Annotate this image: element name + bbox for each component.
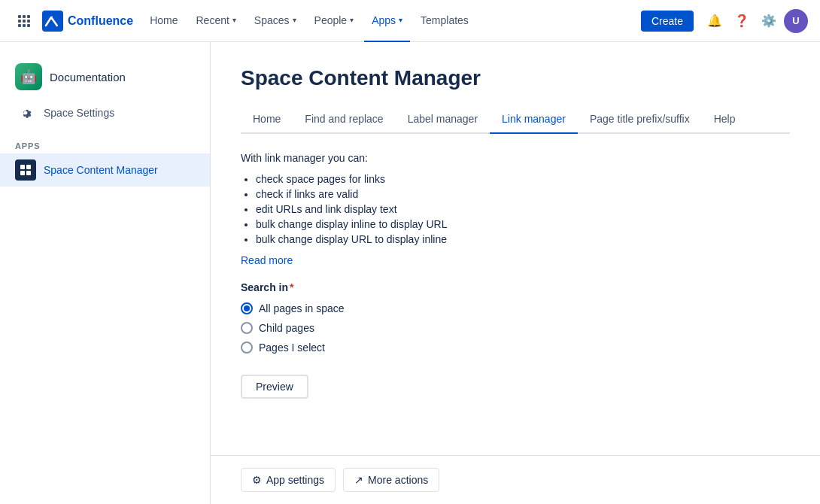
list-item: bulk change display inline to display UR… (256, 218, 790, 230)
user-avatar[interactable]: U (784, 9, 808, 33)
chevron-down-icon: ▾ (399, 16, 402, 24)
sidebar-app-label: Space Content Manager (44, 164, 158, 176)
help-button[interactable]: ❓ (730, 9, 754, 33)
radio-label-child-pages: Child pages (259, 322, 314, 334)
svg-rect-11 (26, 165, 31, 169)
grid-icon[interactable] (12, 9, 36, 33)
radio-all-pages[interactable]: All pages in space (241, 302, 790, 314)
confluence-logo[interactable]: Confluence (42, 11, 133, 32)
tab-bar: Home Find and replace Label manager Link… (241, 105, 790, 134)
sidebar-space-header[interactable]: 🤖 Documentation (0, 57, 210, 96)
settings-button[interactable]: ⚙️ (757, 9, 781, 33)
bell-icon: 🔔 (707, 14, 722, 28)
content-body: With link manager you can: check space p… (211, 134, 820, 455)
chevron-down-icon: ▾ (293, 16, 296, 24)
svg-rect-5 (27, 20, 30, 23)
nav-spaces[interactable]: Spaces ▾ (247, 0, 304, 42)
nav-recent[interactable]: Recent ▾ (188, 0, 243, 42)
svg-rect-12 (20, 171, 25, 175)
radio-label-pages-i-select: Pages I select (259, 342, 325, 354)
chevron-down-icon: ▾ (232, 16, 236, 24)
tab-home[interactable]: Home (241, 105, 293, 134)
read-more-link[interactable]: Read more (241, 254, 293, 266)
sidebar-item-space-content-manager[interactable]: Space Content Manager (0, 153, 210, 187)
more-actions-label: More actions (368, 474, 428, 486)
nav-people[interactable]: People ▾ (307, 0, 362, 42)
bottom-bar: ⚙ App settings ↗ More actions (211, 455, 820, 504)
radio-child-pages[interactable]: Child pages (241, 322, 790, 334)
tab-page-title[interactable]: Page title prefix/suffix (578, 105, 702, 134)
more-actions-button[interactable]: ↗ More actions (343, 468, 439, 492)
nav-home[interactable]: Home (142, 0, 185, 42)
app-icon (15, 159, 36, 181)
svg-rect-13 (26, 171, 31, 175)
radio-group: All pages in space Child pages Pages I s… (241, 302, 790, 354)
svg-rect-0 (18, 15, 21, 18)
svg-rect-4 (23, 20, 26, 23)
create-button[interactable]: Create (641, 11, 694, 32)
space-name: Documentation (50, 71, 126, 83)
app-settings-button[interactable]: ⚙ App settings (241, 468, 336, 492)
content-area: Space Content Manager Home Find and repl… (211, 42, 820, 504)
tab-help[interactable]: Help (702, 105, 748, 134)
space-avatar: 🤖 (15, 63, 42, 90)
notifications-button[interactable]: 🔔 (703, 9, 727, 33)
svg-rect-8 (27, 24, 30, 27)
nav-templates[interactable]: Templates (413, 0, 476, 42)
gear-icon (15, 102, 36, 123)
svg-rect-7 (23, 24, 26, 27)
list-item: edit URLs and link display text (256, 203, 790, 215)
required-star: * (290, 281, 293, 293)
svg-rect-2 (27, 15, 30, 18)
gear-icon: ⚙ (252, 474, 262, 486)
sidebar: 🤖 Documentation Space Settings APPS (0, 42, 211, 504)
sidebar-item-space-settings[interactable]: Space Settings (0, 96, 210, 129)
help-icon: ❓ (734, 14, 749, 28)
sidebar-settings-label: Space Settings (44, 107, 114, 119)
logo-text: Confluence (68, 14, 133, 28)
space-avatar-icon: 🤖 (20, 68, 37, 85)
list-item: bulk change display URL to display inlin… (256, 233, 790, 245)
gear-icon: ⚙️ (761, 14, 776, 28)
chevron-down-icon: ▾ (350, 16, 354, 24)
list-item: check space pages for links (256, 173, 790, 185)
arrow-icon: ↗ (354, 474, 363, 486)
tab-link-manager[interactable]: Link manager (490, 105, 578, 134)
radio-icon-all-pages (241, 302, 253, 314)
radio-label-all-pages: All pages in space (259, 302, 345, 314)
preview-button[interactable]: Preview (241, 375, 308, 399)
radio-icon-pages-i-select (241, 342, 253, 354)
feature-list: check space pages for links check if lin… (241, 173, 790, 245)
tab-label-manager[interactable]: Label manager (396, 105, 490, 134)
svg-rect-6 (18, 24, 21, 27)
app-settings-label: App settings (266, 474, 324, 486)
svg-rect-10 (20, 165, 25, 169)
content-header: Space Content Manager Home Find and repl… (211, 42, 820, 134)
svg-rect-1 (23, 15, 26, 18)
topnav: Confluence Home Recent ▾ Spaces ▾ People… (0, 0, 820, 42)
sidebar-apps-section: APPS (0, 129, 210, 153)
radio-pages-i-select[interactable]: Pages I select (241, 342, 790, 354)
radio-icon-child-pages (241, 322, 253, 334)
page-title: Space Content Manager (241, 66, 790, 90)
description-text: With link manager you can: (241, 152, 790, 164)
tab-find-replace[interactable]: Find and replace (293, 105, 395, 134)
main-layout: 🤖 Documentation Space Settings APPS (0, 42, 820, 504)
svg-rect-9 (42, 11, 63, 32)
svg-rect-3 (18, 20, 21, 23)
nav-apps[interactable]: Apps ▾ (364, 0, 410, 42)
search-in-label: Search in* (241, 281, 790, 293)
list-item: check if links are valid (256, 188, 790, 200)
